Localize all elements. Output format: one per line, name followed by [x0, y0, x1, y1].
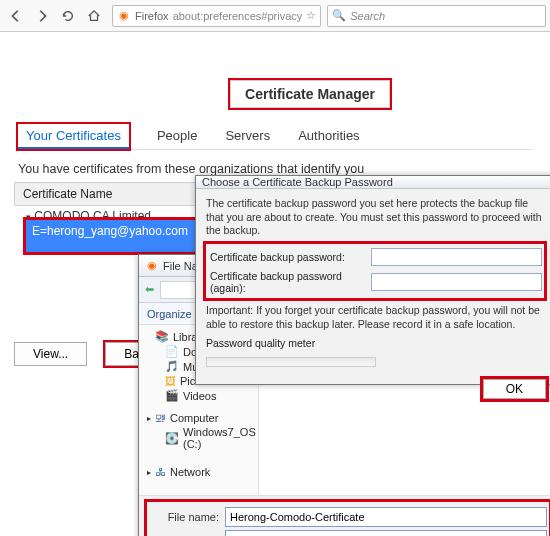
tab-people[interactable]: People [157, 128, 197, 149]
page-content: Certificate Manager Your Certificates Pe… [0, 32, 550, 536]
sidebar-label: Computer [170, 412, 218, 424]
back-arrow-icon[interactable]: ⬅ [145, 283, 154, 296]
sidebar-label: Windows7_OS (C:) [183, 426, 256, 450]
folder-icon: 🎵 [165, 360, 179, 373]
filename-input[interactable] [225, 507, 547, 527]
ok-button[interactable]: OK [483, 379, 546, 399]
password-quality-meter [206, 357, 376, 367]
col-certificate-name[interactable]: Certificate Name [15, 183, 215, 205]
search-bar[interactable]: 🔍 Search [327, 5, 546, 27]
pw-confirm-label: Certificate backup password (again): [210, 270, 365, 294]
pw-label: Certificate backup password: [210, 251, 365, 263]
sidebar-network[interactable]: ▸🖧Network [143, 465, 254, 479]
computer-icon: 🖳 [155, 412, 166, 424]
sidebar-label: Libra [173, 331, 197, 343]
pw-meter-label: Password quality meter [206, 337, 544, 349]
url-text: about:preferences#privacy [173, 10, 303, 22]
tab-servers[interactable]: Servers [225, 128, 270, 149]
savetype-select[interactable] [225, 530, 547, 536]
certificate-manager-heading: Certificate Manager [230, 80, 390, 108]
organize-menu[interactable]: Organize [147, 308, 192, 320]
browser-name: Firefox [135, 10, 169, 22]
view-button[interactable]: View... [14, 342, 87, 366]
browser-toolbar: ◉ Firefox about:preferences#privacy ☆ 🔍 … [0, 0, 550, 32]
backup-password-confirm-input[interactable] [371, 273, 542, 291]
tab-your-certificates[interactable]: Your Certificates [18, 124, 129, 149]
sidebar-computer[interactable]: ▸🖳Computer [143, 411, 254, 425]
libraries-icon: 📚 [155, 330, 169, 343]
cert-tabs: Your Certificates People Servers Authori… [18, 122, 532, 150]
cert-subject: E=herong_yang@yahoo.com [32, 224, 202, 238]
intro-text: You have certificates from these organiz… [18, 162, 364, 176]
search-icon: 🔍 [332, 9, 346, 22]
backup-password-dialog: Choose a Certificate Backup Password The… [195, 175, 550, 385]
reload-button[interactable] [56, 4, 80, 28]
folder-icon: 🖼 [165, 375, 176, 387]
file-dialog-footer: File name: Save as type: ⊙ Hide Folders … [139, 495, 550, 536]
tab-authorities[interactable]: Authorities [298, 128, 359, 149]
pw-important-text: Important: If you forget your certificat… [206, 304, 544, 331]
network-icon: 🖧 [155, 466, 166, 478]
back-button[interactable] [4, 4, 28, 28]
backup-password-input[interactable] [371, 248, 542, 266]
chevron-icon: ▸ [147, 414, 151, 423]
folder-icon: 🎬 [165, 389, 179, 402]
sidebar-drive-c[interactable]: 💽Windows7_OS (C:) [143, 425, 254, 451]
forward-button[interactable] [30, 4, 54, 28]
firefox-dialog-icon: ◉ [145, 259, 159, 273]
drive-icon: 💽 [165, 432, 179, 445]
pw-dialog-description: The certificate backup password you set … [206, 197, 544, 238]
search-placeholder: Search [350, 10, 385, 22]
firefox-icon: ◉ [117, 9, 131, 23]
filename-label: File name: [149, 511, 219, 523]
bookmark-star-icon[interactable]: ☆ [306, 9, 316, 22]
folder-icon: 📄 [165, 345, 179, 358]
chevron-icon: ▸ [147, 468, 151, 477]
sidebar-label: Network [170, 466, 210, 478]
pw-dialog-titlebar: Choose a Certificate Backup Password [196, 176, 550, 189]
home-button[interactable] [82, 4, 106, 28]
url-bar[interactable]: ◉ Firefox about:preferences#privacy ☆ [112, 5, 321, 27]
